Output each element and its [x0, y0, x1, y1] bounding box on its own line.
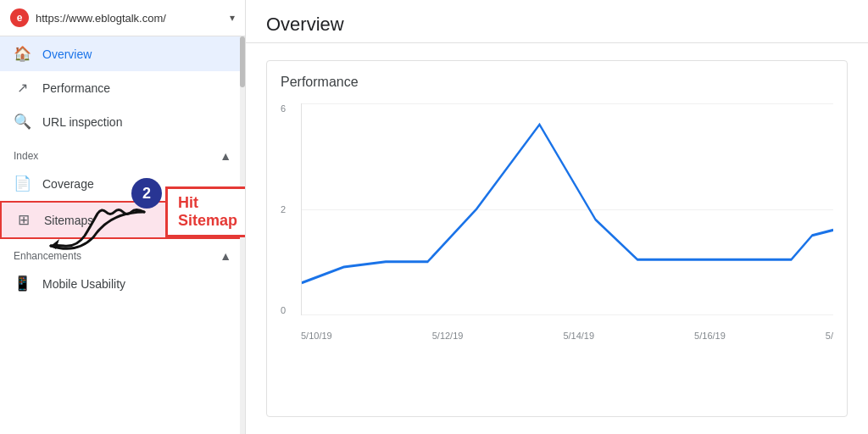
sidebar-item-label: Sitemaps — [44, 214, 93, 227]
sitemaps-icon: ⊞ — [15, 211, 32, 229]
sidebar-item-label: Mobile Usability — [42, 277, 125, 291]
x-axis-labels: 5/10/19 5/12/19 5/14/19 5/16/19 5/ — [301, 331, 833, 341]
y-axis-labels: 6 2 0 — [281, 103, 292, 315]
sidebar-item-label: Coverage — [42, 177, 94, 191]
scrollbar-thumb[interactable] — [240, 36, 245, 87]
logo-letter: e — [17, 12, 23, 24]
search-icon: 🔍 — [14, 113, 31, 131]
section-label-index: Index — [14, 150, 38, 162]
sidebar-item-url-inspection[interactable]: 🔍 URL inspection — [0, 104, 245, 139]
badge-number: 2 — [142, 185, 151, 203]
site-url: https://www.eblogtalk.com/ — [36, 12, 223, 25]
callout-text: Hit Sitemap — [178, 194, 237, 229]
y-label-6: 6 — [281, 103, 286, 114]
x-label-3: 5/16/19 — [694, 331, 726, 341]
coverage-icon: 📄 — [14, 175, 31, 192]
x-label-4: 5/ — [826, 331, 833, 341]
sidebar-item-performance[interactable]: ↗ Performance — [0, 71, 245, 104]
y-label-0: 0 — [281, 305, 286, 315]
chart-title: Performance — [281, 75, 833, 90]
home-icon: 🏠 — [14, 45, 31, 63]
chart-svg — [302, 103, 833, 314]
chart-plot-area — [301, 103, 833, 315]
section-chevron-enhancements: ▲ — [220, 249, 231, 263]
section-chevron-index: ▲ — [220, 149, 231, 163]
main-content: Overview Performance 6 2 0 — [246, 0, 868, 434]
trending-up-icon: ↗ — [14, 80, 31, 96]
chart-area: 6 2 0 5/10/19 5/12/19 5/14/19 — [281, 103, 833, 341]
section-label-enhancements: Enhancements — [14, 250, 81, 262]
annotation-callout: Hit Sitemap — [165, 186, 246, 237]
sidebar-item-label: URL inspection — [42, 115, 122, 129]
site-logo: e — [10, 8, 29, 27]
y-label-2: 2 — [281, 204, 286, 214]
x-label-0: 5/10/19 — [301, 331, 332, 341]
url-bar[interactable]: e https://www.eblogtalk.com/ ▾ — [0, 0, 245, 36]
main-header: Overview — [246, 0, 868, 43]
x-label-2: 5/14/19 — [563, 331, 594, 341]
annotation-badge: 2 — [131, 178, 162, 209]
sidebar: e https://www.eblogtalk.com/ ▾ 🏠 Overvie… — [0, 0, 246, 434]
gridline-bottom — [302, 314, 833, 315]
sidebar-item-label: Overview — [42, 47, 92, 61]
performance-chart-card: Performance 6 2 0 5/10/19 — [266, 60, 848, 417]
section-header-enhancements[interactable]: Enhancements ▲ — [0, 239, 245, 266]
x-label-1: 5/12/19 — [432, 331, 464, 341]
sidebar-item-mobile-usability[interactable]: 📱 Mobile Usability — [0, 266, 245, 301]
sidebar-item-label: Performance — [42, 81, 110, 95]
page-title: Overview — [266, 14, 848, 36]
mobile-icon: 📱 — [14, 275, 31, 292]
url-dropdown-icon[interactable]: ▾ — [230, 12, 235, 24]
section-header-index[interactable]: Index ▲ — [0, 139, 245, 166]
sidebar-item-overview[interactable]: 🏠 Overview — [0, 36, 245, 71]
